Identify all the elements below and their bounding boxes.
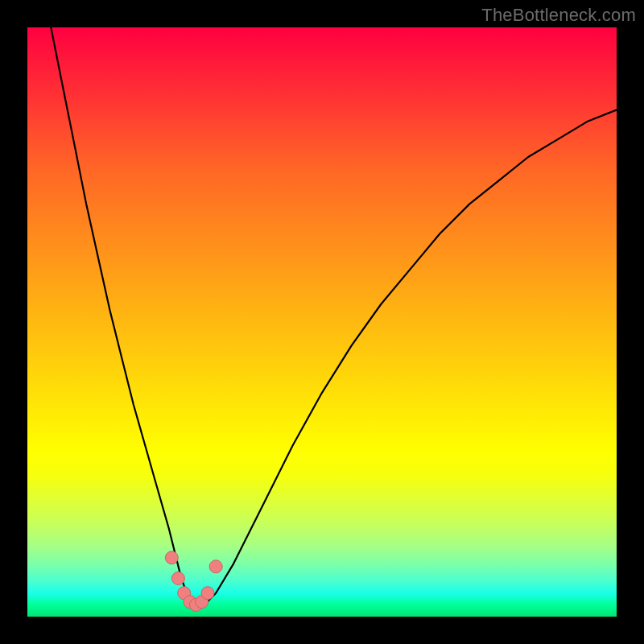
bottleneck-curve-path	[51, 27, 617, 605]
optimal-dot	[209, 560, 222, 573]
watermark-text: TheBottleneck.com	[481, 5, 636, 26]
optimal-dot	[165, 551, 178, 564]
chart-svg	[27, 27, 617, 617]
optimal-dot	[201, 587, 214, 600]
chart-frame: TheBottleneck.com	[0, 0, 644, 644]
plot-area	[27, 27, 617, 617]
optimal-dot	[171, 572, 184, 584]
optimal-range-dots	[165, 551, 222, 612]
